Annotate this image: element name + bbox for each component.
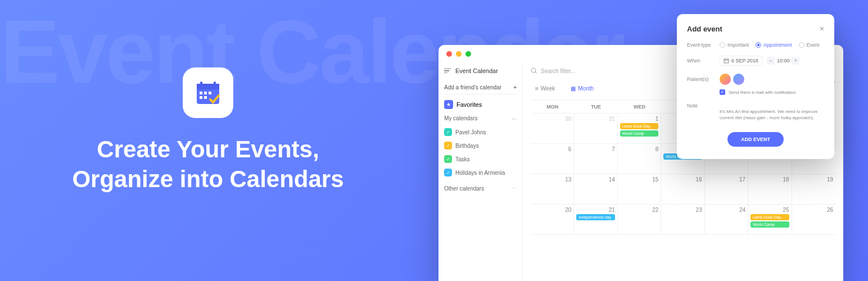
- day-header: TUE: [574, 101, 617, 114]
- radio-appointment[interactable]: Appointment: [756, 42, 792, 48]
- add-event-button[interactable]: ADD EVENT: [727, 132, 784, 147]
- app-title: Event Calendar: [455, 67, 498, 74]
- svg-rect-6: [209, 92, 211, 94]
- app-icon: [183, 67, 233, 118]
- calendar-cell[interactable]: 22: [618, 205, 661, 235]
- event-chip[interactable]: Lame Duck Day: [620, 123, 658, 129]
- calendar-icon: [193, 78, 223, 107]
- event-chip[interactable]: World Camp: [620, 130, 658, 137]
- calendar-cell[interactable]: 17: [705, 174, 748, 205]
- plus-icon: +: [513, 84, 517, 90]
- section-my-calendars[interactable]: My calendars︿: [444, 115, 517, 122]
- sidebar-header: Event Calendar: [444, 67, 517, 74]
- avatar[interactable]: [720, 74, 731, 85]
- event-chip[interactable]: Lame Duck Day: [751, 214, 789, 220]
- svg-rect-8: [204, 96, 207, 99]
- label-when: When: [687, 58, 720, 64]
- calendar-cell[interactable]: 16: [661, 174, 704, 205]
- svg-line-10: [535, 72, 537, 74]
- hero: Create Your Events,Organize into Calenda…: [34, 67, 382, 194]
- label-patients: Patient(s): [687, 76, 720, 82]
- calendar-cell[interactable]: 7: [574, 144, 617, 174]
- calendar-cell[interactable]: 24: [705, 205, 748, 235]
- radio-important[interactable]: Important: [720, 42, 749, 48]
- calendar-item[interactable]: ✓Pavel Johns: [444, 125, 517, 139]
- calendar-cell[interactable]: 30: [531, 114, 574, 144]
- calendar-cell[interactable]: 8: [618, 144, 661, 174]
- time-input[interactable]: − 10:00 +: [767, 57, 800, 65]
- event-chip[interactable]: Independence day: [576, 214, 614, 220]
- label-event-type: Event type: [687, 42, 720, 48]
- close-dot[interactable]: [446, 51, 452, 57]
- calendar-item[interactable]: ✓Holidays in Armenia: [444, 166, 517, 179]
- time-plus-button[interactable]: +: [792, 57, 799, 65]
- svg-point-9: [531, 68, 536, 72]
- calendar-cell[interactable]: 18: [748, 174, 792, 205]
- calendar-cell[interactable]: 13: [531, 174, 574, 205]
- label-note: Note: [687, 103, 720, 108]
- svg-rect-11: [724, 59, 729, 63]
- calendar-cell[interactable]: 1Lame Duck DayWorld Camp: [618, 114, 661, 144]
- date-input[interactable]: 6 SEP 2018: [720, 56, 762, 66]
- calendar-cell[interactable]: 19: [792, 174, 835, 205]
- add-friend-calendar[interactable]: Add a friend's calendar+: [444, 81, 517, 94]
- maximize-dot[interactable]: [465, 51, 471, 57]
- svg-rect-2: [200, 81, 202, 86]
- view-month-button[interactable]: ▦ Month: [566, 83, 598, 94]
- calendar-cell[interactable]: 25Lame Duck DayWorld Camp: [748, 205, 792, 235]
- radio-event[interactable]: Event: [799, 42, 820, 48]
- checkbox-icon: ✓: [444, 155, 452, 163]
- note-text[interactable]: It's Mrs An first appointment. We need t…: [720, 108, 824, 121]
- checkbox-icon: ✓: [444, 169, 452, 176]
- calendar-cell[interactable]: 14: [574, 174, 617, 205]
- view-week-button[interactable]: ≡ Week: [531, 83, 559, 94]
- email-notification-checkbox[interactable]: ✓ Send them e-mail with notification: [720, 89, 824, 95]
- calendar-icon: [724, 58, 729, 64]
- calendar-cell[interactable]: 26: [792, 205, 835, 235]
- checkbox-icon: ✓: [444, 142, 452, 149]
- patient-avatars[interactable]: [720, 74, 744, 85]
- calendar-item[interactable]: ✓Tasks: [444, 152, 517, 166]
- star-icon: ★: [444, 100, 453, 109]
- section-other-calendars[interactable]: Other calendars﹀: [444, 185, 517, 192]
- day-header: WED: [618, 101, 661, 114]
- search-icon: [531, 67, 537, 74]
- menu-icon[interactable]: [444, 69, 451, 74]
- hero-title: Create Your Events,Organize into Calenda…: [34, 135, 382, 194]
- minimize-dot[interactable]: [456, 51, 462, 57]
- day-header: MON: [531, 101, 574, 114]
- checkbox-icon: ✓: [720, 89, 725, 95]
- calendar-cell[interactable]: 15: [618, 174, 661, 205]
- checkbox-icon: ✓: [444, 128, 452, 136]
- sidebar: Event Calendar Add a friend's calendar+ …: [438, 63, 523, 281]
- calendar-cell[interactable]: 23: [661, 205, 704, 235]
- svg-rect-7: [200, 96, 202, 99]
- chevron-up-icon: ︿: [512, 115, 517, 122]
- modal-title: Add event: [687, 25, 722, 33]
- sidebar-item-favorites[interactable]: ★ Favorites: [444, 100, 517, 109]
- svg-rect-3: [214, 81, 216, 86]
- avatar[interactable]: [733, 74, 744, 85]
- time-minus-button[interactable]: −: [767, 57, 775, 65]
- chevron-down-icon: ﹀: [512, 185, 517, 192]
- event-chip[interactable]: World Camp: [751, 221, 789, 228]
- calendar-cell[interactable]: 21Independence day: [574, 205, 617, 235]
- svg-rect-5: [204, 92, 207, 94]
- calendar-cell[interactable]: 31: [574, 114, 617, 144]
- calendar-cell[interactable]: 6: [531, 144, 574, 174]
- calendar-cell[interactable]: 20: [531, 205, 574, 235]
- svg-rect-4: [200, 92, 202, 94]
- add-event-modal: Add event × Event type Important Appoint…: [677, 14, 834, 159]
- close-icon[interactable]: ×: [820, 24, 824, 33]
- calendar-item[interactable]: ✓Birthdays: [444, 139, 517, 152]
